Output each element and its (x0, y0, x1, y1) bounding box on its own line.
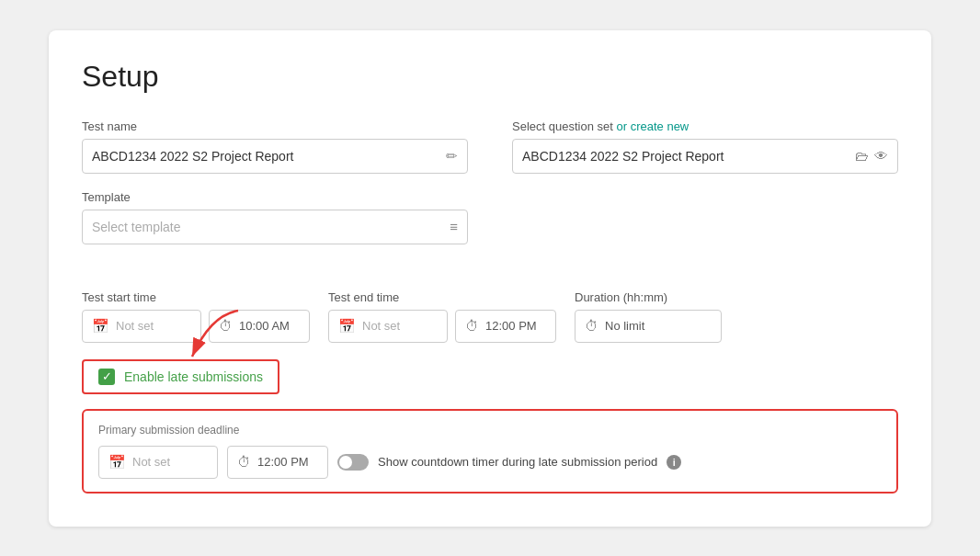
test-name-value: ABCD1234 2022 S2 Project Report (92, 149, 440, 164)
clock-icon-start: ⏱ (219, 318, 233, 334)
test-start-pair: 📅 Not set ⏱ 10:00 AM (82, 310, 310, 343)
primary-deadline-box: Primary submission deadline 📅 Not set ⏱ … (82, 409, 898, 494)
template-col: Template Select template ≡ (82, 190, 468, 244)
test-name-col: Test name ABCD1234 2022 S2 Project Repor… (82, 119, 468, 174)
test-end-pair: 📅 Not set ⏱ 12:00 PM (328, 310, 556, 343)
info-icon[interactable]: i (667, 455, 681, 470)
question-set-value: ABCD1234 2022 S2 Project Report (522, 149, 849, 164)
test-end-label: Test end time (328, 290, 556, 304)
edit-icon[interactable]: ✏ (446, 148, 458, 165)
duration-label: Duration (hh:mm) (575, 290, 722, 304)
folder-icon[interactable]: 🗁 (855, 148, 869, 164)
clock-icon-primary: ⏱ (237, 454, 251, 470)
spacer-col (512, 190, 898, 244)
test-start-time-value: 10:00 AM (239, 319, 290, 333)
primary-cal-value: Not set (132, 455, 170, 469)
test-start-group: Test start time 📅 Not set ⏱ 10:00 AM (82, 290, 310, 343)
duration-value: No limit (605, 319, 644, 333)
clock-icon-end: ⏱ (465, 318, 479, 334)
checkmark-icon: ✓ (98, 369, 115, 385)
page-container: Setup Test name ABCD1234 2022 S2 Project… (0, 0, 980, 556)
primary-time-value: 12:00 PM (257, 455, 309, 469)
clock-icon-duration: ⏱ (585, 318, 598, 334)
test-name-label: Test name (82, 119, 468, 133)
top-form-row: Test name ABCD1234 2022 S2 Project Repor… (82, 119, 898, 174)
test-start-label: Test start time (82, 290, 310, 304)
late-submissions-row: ✓ Enable late submissions (82, 359, 898, 394)
test-end-cal-input[interactable]: 📅 Not set (328, 310, 448, 343)
time-row: Test start time 📅 Not set ⏱ 10:00 AM (82, 290, 898, 343)
time-section: Test start time 📅 Not set ⏱ 10:00 AM (82, 290, 898, 494)
create-new-link[interactable]: or create new (616, 119, 689, 133)
template-placeholder: Select template (92, 220, 444, 234)
calendar-icon-end: 📅 (338, 318, 356, 335)
test-end-cal-value: Not set (362, 319, 400, 333)
question-set-label: Select question set or create new (512, 119, 898, 133)
question-set-col: Select question set or create new ABCD12… (512, 119, 898, 174)
primary-cal-input[interactable]: 📅 Not set (98, 446, 218, 479)
test-start-clock-input[interactable]: ⏱ 10:00 AM (209, 310, 310, 343)
primary-deadline-label: Primary submission deadline (98, 424, 882, 437)
test-end-time-value: 12:00 PM (485, 319, 537, 333)
template-label: Template (82, 190, 468, 204)
countdown-toggle[interactable] (337, 454, 369, 471)
template-menu-icon[interactable]: ≡ (450, 219, 458, 234)
duration-input[interactable]: ⏱ No limit (575, 310, 722, 343)
test-name-input[interactable]: ABCD1234 2022 S2 Project Report ✏ (82, 139, 468, 174)
late-submissions-label: Enable late submissions (124, 369, 263, 384)
template-row: Template Select template ≡ (82, 190, 898, 244)
test-start-cal-value: Not set (116, 319, 154, 333)
test-end-group: Test end time 📅 Not set ⏱ 12:00 PM (328, 290, 556, 343)
template-input[interactable]: Select template ≡ (82, 210, 468, 244)
duration-group: Duration (hh:mm) ⏱ No limit (575, 290, 722, 343)
setup-card: Setup Test name ABCD1234 2022 S2 Project… (49, 30, 931, 527)
question-set-input[interactable]: ABCD1234 2022 S2 Project Report 🗁 👁 (512, 139, 898, 174)
late-submissions-checkbox[interactable]: ✓ Enable late submissions (82, 359, 279, 394)
page-title: Setup (82, 60, 898, 94)
eye-icon[interactable]: 👁 (874, 148, 888, 164)
divider (82, 261, 898, 283)
test-end-clock-input[interactable]: ⏱ 12:00 PM (455, 310, 556, 343)
calendar-icon-start: 📅 (92, 318, 109, 335)
primary-clock-input[interactable]: ⏱ 12:00 PM (227, 446, 328, 479)
primary-deadline-row: 📅 Not set ⏱ 12:00 PM Show countdown time… (98, 446, 882, 479)
calendar-icon-primary: 📅 (108, 454, 126, 471)
countdown-label: Show countdown timer during late submiss… (378, 455, 657, 469)
test-start-cal-input[interactable]: 📅 Not set (82, 310, 201, 343)
